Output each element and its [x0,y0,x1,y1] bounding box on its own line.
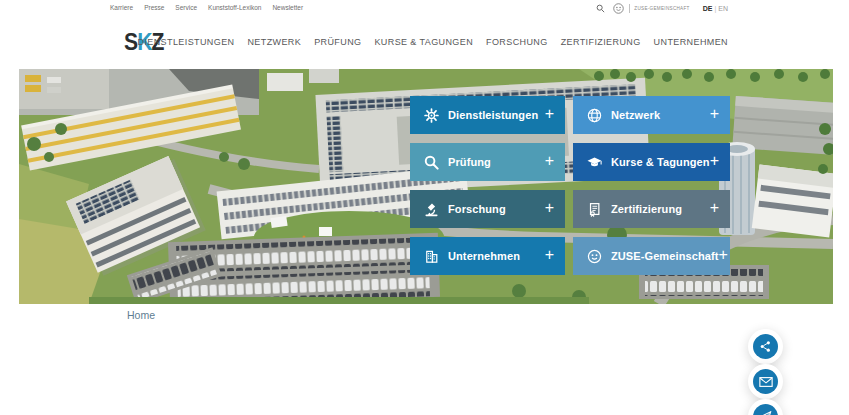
tile-label: ZUSE-Gemeinschaft [611,250,718,262]
nav-dienstleistungen[interactable]: DIENSTLEISTUNGEN [138,37,235,47]
plus-icon: + [545,153,554,171]
share-icon [759,340,772,353]
tile-label: Prüfung [448,156,491,168]
plus-icon: + [710,153,719,171]
globe-icon [585,106,603,124]
zuse-partner-label: ZUSE-GEMEINSCHAFT [634,6,689,11]
tile-zertifizierung[interactable]: Zertifizierung + [573,190,730,228]
language-en[interactable]: EN [718,5,728,12]
nav-forschung[interactable]: FORSCHUNG [486,37,548,47]
tile-unternehmen[interactable]: Unternehmen + [410,237,565,275]
plus-icon: + [710,200,719,218]
hero-section: Dienstleistungen + Netzwerk + Prüfung + … [19,69,833,304]
utility-nav: Karriere Presse Service Kunststoff-Lexik… [110,4,303,11]
tile-kurse-tagungen[interactable]: Kurse & Tagungen + [573,143,730,181]
mail-icon [759,376,773,388]
logo-letter-s: S [124,28,137,55]
main-nav: DIENSTLEISTUNGEN NETZWERK PRÜFUNG KURSE … [138,37,728,47]
nav-pruefung[interactable]: PRÜFUNG [314,37,361,47]
tile-forschung[interactable]: Forschung + [410,190,565,228]
nav-zertifizierung[interactable]: ZERTIFIZIERUNG [561,37,641,47]
contact-button[interactable] [753,404,778,415]
divider [629,4,630,13]
tile-label: Netzwerk [611,109,660,121]
tile-label: Dienstleistungen [448,109,538,121]
hero-tile-grid: Dienstleistungen + Netzwerk + Prüfung + … [410,96,730,275]
utility-link-karriere[interactable]: Karriere [110,4,133,11]
certificate-icon [585,200,603,218]
utility-right: ZUSE-GEMEINSCHAFT DE | EN [596,2,728,14]
language-de[interactable]: DE [703,5,713,12]
plus-icon: + [545,200,554,218]
nav-netzwerk[interactable]: NETZWERK [247,37,301,47]
search-icon [422,153,440,171]
paper-plane-icon [759,410,772,415]
zuse-partner-link[interactable]: ZUSE-GEMEINSCHAFT [612,2,689,15]
tile-pruefung[interactable]: Prüfung + [410,143,565,181]
utility-link-presse[interactable]: Presse [144,4,164,11]
share-button[interactable] [753,334,778,359]
language-divider: | [714,5,716,12]
tile-label: Unternehmen [448,250,520,262]
tile-label: Kurse & Tagungen [611,156,710,168]
tile-label: Forschung [448,203,506,215]
mail-button[interactable] [753,369,778,394]
utility-link-service[interactable]: Service [175,4,197,11]
plus-icon: + [545,247,554,265]
plus-icon: + [718,247,727,265]
graduation-cap-icon [585,153,603,171]
gear-icon [422,106,440,124]
zuse-logo-icon [612,2,625,15]
tile-zuse-gemeinschaft[interactable]: ZUSE-Gemeinschaft + [573,237,730,275]
utility-link-newsletter[interactable]: Newsletter [272,4,303,11]
tile-label: Zertifizierung [611,203,682,215]
tile-dienstleistungen[interactable]: Dienstleistungen + [410,96,565,134]
breadcrumb-home[interactable]: Home [127,309,155,321]
plus-icon: + [710,106,719,124]
nav-kurse-tagungen[interactable]: KURSE & TAGUNGEN [374,37,473,47]
language-switch: DE | EN [703,5,728,12]
search-icon[interactable] [596,4,605,13]
microscope-icon [422,200,440,218]
zuse-logo-icon [585,247,603,265]
nav-unternehmen[interactable]: UNTERNEHMEN [654,37,728,47]
plus-icon: + [545,106,554,124]
tile-netzwerk[interactable]: Netzwerk + [573,96,730,134]
building-icon [422,247,440,265]
utility-link-kunststoff-lexikon[interactable]: Kunststoff-Lexikon [208,4,261,11]
